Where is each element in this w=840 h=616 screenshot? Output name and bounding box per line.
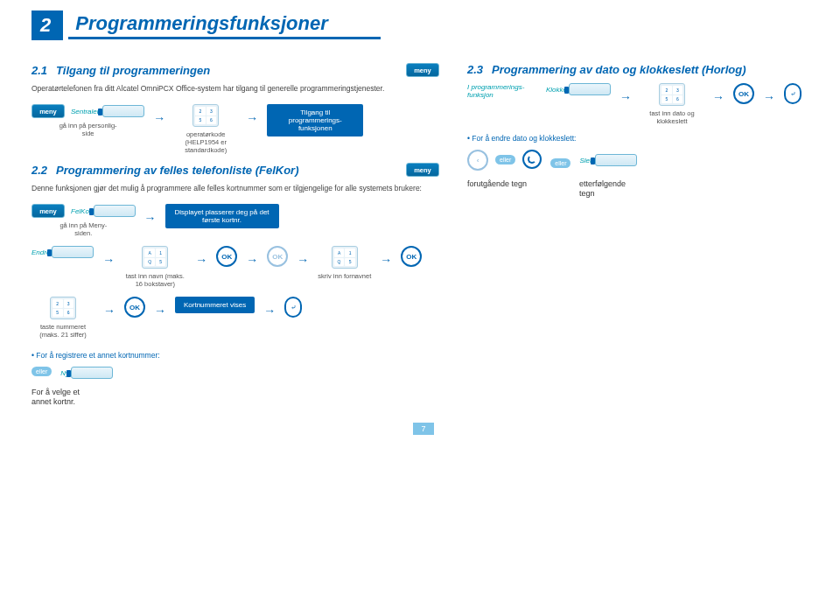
softkey-ny[interactable]: Ny: [60, 367, 113, 379]
keypad-icon: A1Q5: [332, 246, 358, 269]
banner-kortnr: Kortnummeret vises: [175, 297, 255, 313]
softkey-icon: [94, 205, 136, 217]
eller-badge: eller: [495, 155, 515, 164]
section-2-1-intro: Operatørtelefonen fra ditt Alcatel OmniP…: [32, 84, 443, 94]
end-icon: ⤶: [784, 83, 802, 104]
page-number: 7: [413, 423, 434, 435]
softkey-klokke[interactable]: Klokke: [546, 83, 611, 95]
arrow-icon: →: [263, 297, 276, 318]
softkey-icon: [71, 367, 113, 379]
keypad-icon: 2356: [192, 104, 219, 127]
end-icon: ⤶: [284, 297, 302, 318]
eller-badge: eller: [550, 158, 570, 168]
ok-button[interactable]: OK: [401, 246, 422, 267]
chapter-title: Programmeringsfunksjoner: [68, 12, 381, 39]
softkey-icon: [595, 154, 637, 166]
softkey-endre[interactable]: Endre: [32, 246, 94, 258]
arrow-icon: →: [103, 297, 116, 318]
arrow-icon: →: [153, 104, 165, 125]
meny-button[interactable]: meny: [32, 104, 65, 118]
nav-left-button[interactable]: ‹: [467, 150, 488, 171]
arrow-icon: →: [144, 204, 157, 225]
section-2-3-header: 2.3 Programmering av dato og klokkeslett…: [467, 63, 816, 76]
arrow-icon: →: [154, 297, 166, 318]
softkey-programmering[interactable]: I programmerings-funksjon: [467, 83, 537, 99]
banner-tilgang: Tilgang til programmerings-funksjonen: [267, 104, 363, 136]
keypad-icon: 2356: [50, 297, 76, 319]
softkey-sentralen[interactable]: Sentralen: [71, 105, 144, 117]
section-2-2-intro: Denne funksjonen gjør det mulig å progra…: [32, 184, 443, 193]
ok-button[interactable]: OK: [733, 83, 754, 104]
meny-button[interactable]: meny: [406, 163, 439, 177]
section-2-1-header: 2.1 Tilgang til programmeringen meny: [32, 63, 443, 77]
chapter-number: 2: [32, 10, 63, 40]
chapter-header: 2 Programmeringsfunksjoner: [32, 10, 816, 40]
arrow-icon: →: [246, 246, 258, 267]
arrow-icon: →: [246, 104, 258, 125]
eller-badge: eller: [32, 367, 52, 376]
section-2-2-header: 2.2 Programmering av felles telefonliste…: [32, 163, 443, 177]
meny-button[interactable]: meny: [32, 204, 65, 218]
softkey-felkor[interactable]: FelKor: [71, 205, 136, 217]
banner-displayet: Displayet plasserer deg på det første ko…: [165, 204, 279, 228]
arrow-icon: →: [380, 246, 392, 267]
ok-button[interactable]: OK: [124, 297, 145, 318]
ok-button[interactable]: OK: [267, 246, 288, 267]
note-endre-dato: For å endre dato og klokkeslett:: [467, 134, 816, 143]
arrow-icon: →: [195, 246, 207, 267]
arrow-icon: →: [297, 246, 309, 267]
arrow-icon: →: [102, 246, 115, 267]
keypad-icon: A1Q5: [142, 246, 168, 269]
arrow-icon: →: [763, 83, 775, 104]
arrow-icon: →: [712, 83, 724, 104]
keypad-icon: 2356: [659, 83, 685, 106]
arrow-icon: →: [620, 83, 632, 104]
softkey-slett[interactable]: Slett: [579, 154, 637, 166]
ok-button[interactable]: OK: [216, 246, 237, 267]
softkey-icon: [52, 246, 94, 258]
meny-button[interactable]: meny: [406, 63, 439, 77]
nav-dial-icon[interactable]: [522, 150, 542, 169]
softkey-icon: [569, 83, 611, 95]
note-registrere: For å registrere et annet kortnummer:: [32, 351, 443, 360]
softkey-icon: [102, 105, 144, 117]
